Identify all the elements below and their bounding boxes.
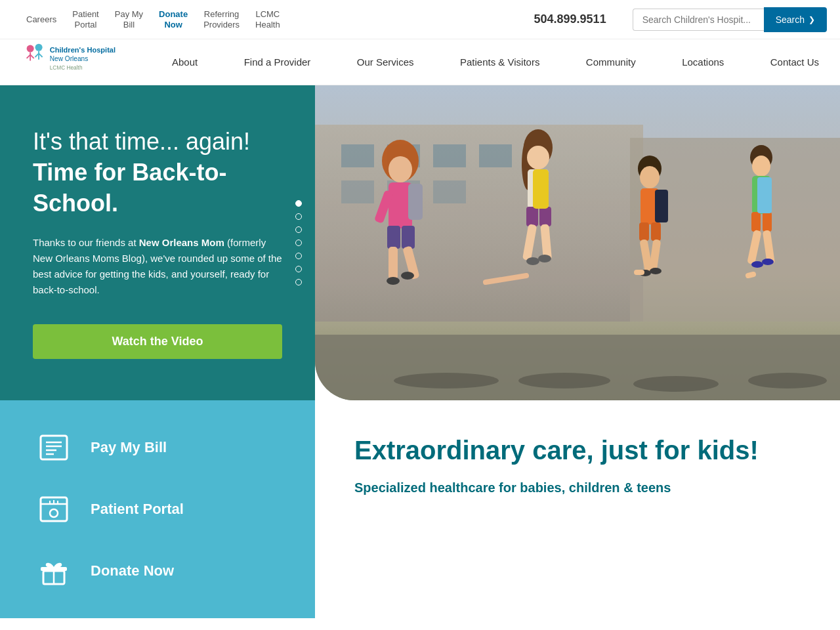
svg-rect-28 — [408, 184, 423, 220]
slider-dot-6[interactable] — [295, 266, 302, 272]
svg-rect-48 — [639, 222, 649, 241]
svg-rect-29 — [388, 247, 398, 280]
patient-portal-label: Patient Portal — [91, 501, 184, 518]
svg-text:New Orleans: New Orleans — [50, 55, 89, 62]
hero-image — [315, 85, 840, 400]
svg-rect-58 — [751, 212, 761, 232]
svg-rect-40 — [533, 169, 549, 209]
svg-point-32 — [401, 272, 414, 280]
pay-bill-label: Pay My Bill — [91, 439, 167, 456]
chevron-right-icon: ❯ — [808, 15, 815, 24]
logo[interactable]: Children's Hospital New Orleans LCMC Hea… — [13, 41, 144, 83]
top-bar: Careers Patient Portal Pay My Bill Donat… — [0, 0, 840, 39]
nav-our-services[interactable]: Our Services — [349, 39, 422, 85]
nav-community[interactable]: Community — [578, 39, 644, 85]
slider-dot-1[interactable] — [295, 200, 302, 207]
topbar-patient-portal[interactable]: Patient Portal — [72, 9, 98, 30]
svg-rect-38 — [526, 207, 538, 226]
slider-dot-2[interactable] — [295, 213, 302, 220]
slider-dot-3[interactable] — [295, 226, 302, 233]
top-bar-links: Careers Patient Portal Pay My Bill Donat… — [26, 9, 521, 30]
hero-title: It's that time... again! Time for Back-t… — [33, 127, 282, 219]
svg-point-63 — [751, 261, 763, 268]
extraordinary-title: Extraordinary care, just for kids! — [354, 433, 801, 467]
hero-section: It's that time... again! Time for Back-t… — [0, 85, 840, 400]
search-input[interactable] — [633, 9, 764, 31]
topbar-donate-now[interactable]: Donate Now — [159, 9, 188, 30]
svg-rect-26 — [387, 226, 400, 249]
extraordinary-subtitle: Specialized healthcare for babies, child… — [354, 480, 801, 495]
svg-point-0 — [27, 45, 34, 52]
svg-rect-50 — [655, 190, 668, 222]
topbar-referring-providers[interactable]: Referring Providers — [203, 9, 240, 30]
hero-left: It's that time... again! Time for Back-t… — [0, 85, 315, 400]
hero-body-brand: New Orleans Mom — [139, 237, 224, 248]
bottom-right: Extraordinary care, just for kids! Speci… — [315, 400, 840, 618]
svg-point-24 — [388, 156, 412, 182]
bottom-left: Pay My Bill Patient Portal — [0, 400, 315, 618]
svg-rect-60 — [757, 177, 772, 213]
search-bar: Search ❯ — [633, 7, 827, 32]
svg-point-79 — [50, 509, 58, 517]
hero-title-bold: Time for Back-to-School. — [33, 159, 226, 217]
nav-patients-visitors[interactable]: Patients & Visitors — [452, 39, 547, 85]
nav-bar: Children's Hospital New Orleans LCMC Hea… — [0, 39, 840, 85]
slider-dot-7[interactable] — [295, 279, 302, 285]
hero-right — [315, 85, 840, 400]
svg-point-71 — [748, 373, 827, 388]
nav-locations[interactable]: Locations — [674, 39, 732, 85]
slider-dot-4[interactable] — [295, 240, 302, 246]
svg-rect-59 — [763, 212, 772, 232]
pay-bill-card[interactable]: Pay My Bill — [33, 427, 282, 469]
topbar-careers[interactable]: Careers — [26, 14, 56, 25]
bottom-section: Pay My Bill Patient Portal — [0, 400, 840, 618]
svg-line-67 — [748, 274, 753, 276]
gift-icon — [33, 550, 75, 592]
hero-title-normal: It's that time... again! — [33, 128, 250, 155]
svg-rect-27 — [402, 226, 415, 249]
bill-icon — [33, 427, 75, 469]
svg-point-44 — [538, 255, 551, 262]
donate-now-label: Donate Now — [91, 562, 174, 579]
portal-icon — [33, 488, 75, 530]
svg-point-43 — [526, 257, 539, 265]
svg-point-46 — [640, 166, 660, 188]
svg-point-31 — [387, 277, 400, 285]
nav-about[interactable]: About — [164, 39, 205, 85]
watch-video-button[interactable]: Watch the Video — [33, 324, 282, 359]
phone-number: 504.899.9511 — [534, 12, 606, 26]
svg-point-70 — [633, 376, 719, 392]
patient-portal-card[interactable]: Patient Portal — [33, 488, 282, 530]
donate-now-card[interactable]: Donate Now — [33, 550, 282, 592]
svg-point-1 — [35, 44, 43, 51]
slider-dot-5[interactable] — [295, 253, 302, 259]
svg-text:Children's Hospital: Children's Hospital — [50, 46, 116, 54]
svg-rect-39 — [539, 207, 551, 226]
search-label: Search — [776, 14, 805, 25]
svg-point-36 — [527, 146, 549, 169]
svg-point-54 — [650, 268, 662, 274]
slider-dots — [295, 200, 302, 285]
svg-rect-72 — [41, 436, 67, 459]
main-nav: About Find a Provider Our Services Patie… — [164, 39, 827, 85]
nav-contact-us[interactable]: Contact Us — [763, 39, 827, 85]
svg-point-56 — [752, 156, 770, 177]
topbar-lcmc-health[interactable]: LCMC Health — [255, 9, 280, 30]
search-button[interactable]: Search ❯ — [764, 7, 827, 32]
svg-rect-49 — [651, 222, 661, 241]
nav-find-provider[interactable]: Find a Provider — [236, 39, 319, 85]
svg-point-64 — [762, 259, 774, 265]
svg-text:LCMC Health: LCMC Health — [50, 64, 83, 71]
topbar-pay-my-bill[interactable]: Pay My Bill — [115, 9, 143, 30]
hero-body: Thanks to our friends at New Orleans Mom… — [33, 235, 282, 298]
svg-point-69 — [518, 373, 610, 388]
hero-body-prefix: Thanks to our friends at — [33, 237, 139, 248]
svg-point-68 — [394, 373, 499, 388]
